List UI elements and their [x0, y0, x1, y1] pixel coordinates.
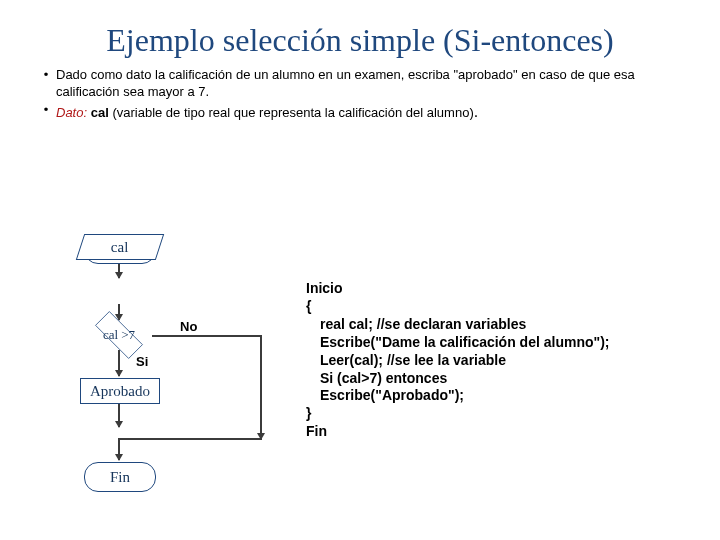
arrow-merge: [120, 438, 262, 440]
arrow: [118, 438, 120, 460]
label-si: Si: [136, 354, 148, 369]
arrow: [118, 262, 120, 278]
flowchart: Inicio cal cal >7 Aprobado Fin No Si: [72, 234, 292, 530]
terminal-fin: Fin: [84, 462, 156, 492]
dato-value: cal: [91, 105, 109, 120]
decision-cal-gt7: cal >7: [86, 322, 152, 348]
code-line: real cal; //se declaran variables: [306, 316, 609, 334]
code-line: Leer(cal); //se lee la variable: [306, 352, 609, 370]
code-line: Fin: [306, 423, 609, 441]
dato-rest: (variable de tipo real que representa la…: [109, 105, 474, 120]
code-line: }: [306, 405, 609, 423]
dato-label: Dato:: [56, 105, 87, 120]
bullet-dot: •: [36, 67, 56, 100]
arrow-no-h: [152, 335, 262, 337]
page-title: Ejemplo selección simple (Si-entonces): [0, 0, 720, 65]
bullet-2: Dato: cal (variable de tipo real que rep…: [56, 102, 478, 122]
io-cal: cal: [76, 234, 164, 260]
code-comment: //se declaran variables: [377, 316, 526, 332]
code-line: Si (cal>7) entonces: [306, 370, 609, 388]
process-aprobado: Aprobado: [80, 378, 160, 404]
code-line: Escribe("Aprobado");: [306, 387, 609, 405]
bullet-dot: •: [36, 102, 56, 122]
bullet-1: Dado como dato la calificación de un alu…: [56, 67, 676, 100]
label-no: No: [180, 319, 197, 334]
pseudocode: Inicio { real cal; //se declaran variabl…: [306, 280, 609, 441]
code-line: {: [306, 298, 609, 316]
arrow: [118, 304, 120, 320]
arrow: [118, 403, 120, 427]
dato-period: .: [474, 103, 478, 120]
code-comment: //se lee la variable: [387, 352, 506, 368]
code-line: Escribe("Dame la calificación del alumno…: [306, 334, 609, 352]
bullets: • Dado como dato la calificación de un a…: [0, 67, 720, 123]
code-line: Inicio: [306, 280, 609, 298]
arrow-no-v: [260, 335, 262, 439]
arrow: [118, 350, 120, 376]
